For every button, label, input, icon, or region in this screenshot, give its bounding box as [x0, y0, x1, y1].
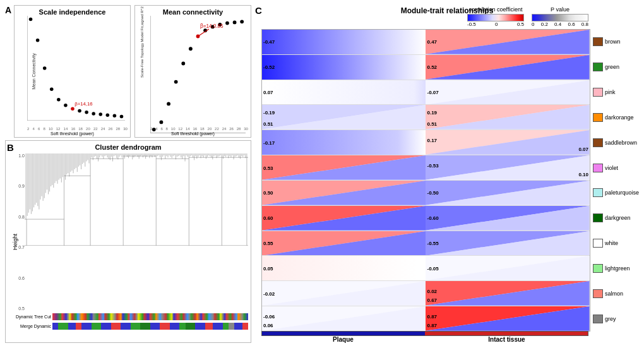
val-right-salmon1: 0.02: [427, 289, 437, 294]
val-left-darkgreen: 0.60: [263, 215, 273, 221]
heatmap-row-lightgreen: 0.05 -0.05: [262, 256, 590, 281]
svg-point-36: [174, 80, 178, 84]
cell-right-pink: -0.07: [426, 80, 589, 105]
heatmap-row-darkorange: -0.19 0.51 0.19 0.51: [262, 105, 590, 130]
pval-min: 0: [532, 21, 534, 27]
cell-left-salmon: -0.02: [262, 281, 426, 306]
bottom-bar-right: [425, 332, 588, 335]
cell-right-paleturquoise: -0.50: [426, 181, 589, 205]
cell-right-lightgreen: -0.05: [426, 256, 589, 280]
cell-right-brown: 0.47: [426, 30, 589, 54]
svg-point-19: [92, 112, 95, 116]
heatmap-row-paleturquoise: 0.50 -0.50: [262, 181, 590, 206]
left-panel: A Scale independence Mean Connectivity 2…: [5, 5, 251, 343]
val-left-violet: 0.53: [263, 165, 273, 171]
val-right-paleturquoise: -0.50: [427, 190, 438, 196]
svg-point-34: [160, 121, 164, 124]
color-strips: Dynamic Tree Cut Merge Dynamic: [7, 312, 248, 341]
color-name-saddlebrown: saddlebrown: [605, 140, 637, 146]
strip2-colors: [52, 323, 248, 330]
pval-legend: P value 0 0.2 0.4 0.6 0.8: [532, 6, 588, 27]
chart1-title: Scale independence: [39, 8, 106, 16]
dendrogram-svg: [25, 153, 248, 246]
val-left-pink: 0.07: [263, 90, 273, 95]
cell-left-paleturquoise: 0.50: [262, 181, 426, 205]
color-labels: brown green pink darkorange: [593, 29, 639, 332]
pval-max2: 0.6: [568, 21, 575, 27]
pval-color-bar: [532, 14, 588, 21]
val-right-salmon2: 0.67: [427, 297, 437, 303]
svg-point-11: [36, 39, 40, 42]
label-c: C: [255, 5, 262, 16]
val-right-violet1: -0.53: [427, 163, 438, 169]
svg-point-35: [167, 102, 170, 105]
scale-independence-chart: Scale independence Mean Connectivity 2,6…: [14, 5, 131, 138]
val-right-darkorange2: 0.51: [427, 121, 437, 127]
panel-c: C Module-trait relationships correlation…: [255, 5, 639, 343]
val-left-grey1: -0.06: [263, 314, 275, 320]
val-left-white: 0.55: [263, 241, 273, 246]
color-name-darkgreen: darkgreen: [605, 215, 631, 221]
val-left-paleturquoise: 0.50: [263, 190, 273, 196]
cell-right-darkgreen: -0.60: [426, 206, 589, 231]
color-name-pink: pink: [605, 89, 616, 95]
svg-point-12: [43, 66, 47, 70]
val-right-grey2: 0.87: [427, 323, 437, 328]
cell-left-darkorange: -0.19 0.51: [262, 105, 426, 129]
chart2-svg: 0.8 0.6 0.4 0.1 -0.1 -0.4: [150, 16, 246, 133]
color-label-darkgreen: darkgreen: [593, 205, 639, 231]
axis-label-plaque: Plaque: [261, 336, 425, 343]
corr-legend: correlation coefficient -0.5 0 0.5: [467, 6, 524, 27]
svg-rect-48: [25, 153, 248, 246]
color-name-salmon: salmon: [605, 291, 623, 297]
cell-right-green: 0.52: [426, 55, 589, 80]
color-label-white: white: [593, 231, 639, 256]
strip1-label: Dynamic Tree Cut: [7, 315, 52, 319]
pval-legend-label: P value: [532, 6, 588, 13]
pval-ticks: 0 0.2 0.4 0.6 0.8: [532, 21, 588, 27]
heatmap-row-pink: 0.07 -0.07: [262, 80, 590, 105]
y-axis-ticks: 1.0 0.9 0.8 0.7 0.6 0.5: [15, 153, 25, 311]
val-right-white: -0.55: [427, 241, 438, 246]
color-label-grey: grey: [593, 306, 639, 332]
svg-point-37: [181, 62, 185, 66]
svg-point-17: [78, 109, 81, 113]
val-left-lightgreen: 0.05: [263, 265, 273, 271]
cell-right-salmon: 0.02 0.67: [426, 281, 589, 306]
corr-max: 0.5: [517, 21, 524, 27]
heatmap-row-white: 0.55 -0.55: [262, 231, 590, 256]
svg-point-15: [64, 104, 68, 107]
val-left-darkorange2: 0.51: [263, 121, 273, 127]
svg-point-45: [240, 20, 244, 23]
corr-ticks: -0.5 0 0.5: [467, 21, 524, 27]
chart1-xticks: 24681012141618202224262830: [27, 127, 128, 131]
heatmap-rows: -0.47 0.47 -0.52: [261, 29, 590, 332]
color-swatch-paleturquoise: [593, 188, 603, 197]
color-name-white: white: [605, 240, 618, 246]
val-right-lightgreen: -0.05: [427, 265, 438, 271]
svg-point-16: [71, 107, 75, 111]
val-right-saddlebrown1: 0.17: [427, 138, 437, 143]
cell-right-saddlebrown: 0.17 0.07: [426, 130, 589, 155]
heatmap-row-darkgreen: 0.60 -0.60: [262, 206, 590, 231]
cell-left-pink: 0.07: [262, 80, 426, 105]
color-label-green: green: [593, 54, 639, 80]
cell-left-grey: -0.06 0.06: [262, 306, 426, 331]
chart2-title: Mean connectivity: [163, 8, 223, 16]
heatmap-row-salmon: -0.02 0.02 0.67: [262, 281, 590, 306]
corr-legend-label: correlation coefficient: [467, 6, 524, 13]
pval-max: 0.4: [554, 21, 561, 27]
cell-left-saddlebrown: -0.17: [262, 130, 426, 155]
cell-right-violet: -0.53 0.10: [426, 155, 589, 180]
cell-left-white: 0.55: [262, 231, 426, 256]
color-swatch-green: [593, 63, 603, 71]
svg-text:β=14,0.85: β=14,0.85: [200, 23, 224, 29]
main-container: A Scale independence Mean Connectivity 2…: [0, 0, 644, 348]
strip-dynamic-tree-cut: Dynamic Tree Cut: [7, 312, 248, 321]
val-right-darkgreen: -0.60: [427, 215, 438, 221]
right-panel: C Module-trait relationships correlation…: [255, 5, 639, 343]
panel-b: B Cluster dendrogram Height 1.0 0.9 0.8 …: [5, 140, 251, 343]
color-swatch-darkorange: [593, 113, 603, 122]
color-name-brown: brown: [605, 39, 621, 45]
color-swatch-salmon: [593, 289, 603, 298]
